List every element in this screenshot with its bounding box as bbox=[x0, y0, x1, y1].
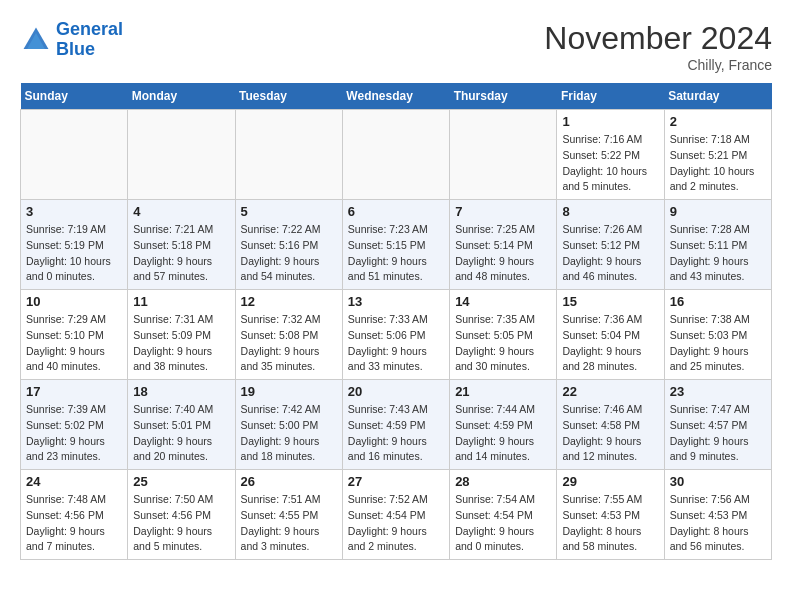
day-info: Sunrise: 7:28 AM Sunset: 5:11 PM Dayligh… bbox=[670, 222, 766, 285]
logo-text: General Blue bbox=[56, 20, 123, 60]
day-info: Sunrise: 7:31 AM Sunset: 5:09 PM Dayligh… bbox=[133, 312, 229, 375]
day-number: 23 bbox=[670, 384, 766, 399]
day-number: 19 bbox=[241, 384, 337, 399]
month-title: November 2024 bbox=[544, 20, 772, 57]
day-number: 27 bbox=[348, 474, 444, 489]
day-info: Sunrise: 7:55 AM Sunset: 4:53 PM Dayligh… bbox=[562, 492, 658, 555]
day-number: 30 bbox=[670, 474, 766, 489]
day-info: Sunrise: 7:39 AM Sunset: 5:02 PM Dayligh… bbox=[26, 402, 122, 465]
calendar-cell bbox=[21, 110, 128, 200]
day-info: Sunrise: 7:35 AM Sunset: 5:05 PM Dayligh… bbox=[455, 312, 551, 375]
calendar-cell: 16Sunrise: 7:38 AM Sunset: 5:03 PM Dayli… bbox=[664, 290, 771, 380]
title-block: November 2024 Chilly, France bbox=[544, 20, 772, 73]
weekday-header: Monday bbox=[128, 83, 235, 110]
location-subtitle: Chilly, France bbox=[544, 57, 772, 73]
logo-icon bbox=[20, 24, 52, 56]
day-info: Sunrise: 7:40 AM Sunset: 5:01 PM Dayligh… bbox=[133, 402, 229, 465]
day-info: Sunrise: 7:16 AM Sunset: 5:22 PM Dayligh… bbox=[562, 132, 658, 195]
logo-line2: Blue bbox=[56, 39, 95, 59]
calendar-week-row: 10Sunrise: 7:29 AM Sunset: 5:10 PM Dayli… bbox=[21, 290, 772, 380]
calendar-cell: 18Sunrise: 7:40 AM Sunset: 5:01 PM Dayli… bbox=[128, 380, 235, 470]
calendar-cell: 24Sunrise: 7:48 AM Sunset: 4:56 PM Dayli… bbox=[21, 470, 128, 560]
day-info: Sunrise: 7:44 AM Sunset: 4:59 PM Dayligh… bbox=[455, 402, 551, 465]
calendar-cell: 5Sunrise: 7:22 AM Sunset: 5:16 PM Daylig… bbox=[235, 200, 342, 290]
day-number: 11 bbox=[133, 294, 229, 309]
calendar-week-row: 3Sunrise: 7:19 AM Sunset: 5:19 PM Daylig… bbox=[21, 200, 772, 290]
calendar-cell: 29Sunrise: 7:55 AM Sunset: 4:53 PM Dayli… bbox=[557, 470, 664, 560]
calendar-cell: 6Sunrise: 7:23 AM Sunset: 5:15 PM Daylig… bbox=[342, 200, 449, 290]
day-number: 1 bbox=[562, 114, 658, 129]
day-info: Sunrise: 7:56 AM Sunset: 4:53 PM Dayligh… bbox=[670, 492, 766, 555]
weekday-header: Tuesday bbox=[235, 83, 342, 110]
day-info: Sunrise: 7:19 AM Sunset: 5:19 PM Dayligh… bbox=[26, 222, 122, 285]
day-number: 18 bbox=[133, 384, 229, 399]
calendar-cell bbox=[235, 110, 342, 200]
day-number: 7 bbox=[455, 204, 551, 219]
day-number: 26 bbox=[241, 474, 337, 489]
calendar-cell: 17Sunrise: 7:39 AM Sunset: 5:02 PM Dayli… bbox=[21, 380, 128, 470]
calendar-cell: 3Sunrise: 7:19 AM Sunset: 5:19 PM Daylig… bbox=[21, 200, 128, 290]
calendar-table: SundayMondayTuesdayWednesdayThursdayFrid… bbox=[20, 83, 772, 560]
day-number: 16 bbox=[670, 294, 766, 309]
day-number: 24 bbox=[26, 474, 122, 489]
calendar-cell: 23Sunrise: 7:47 AM Sunset: 4:57 PM Dayli… bbox=[664, 380, 771, 470]
calendar-cell: 8Sunrise: 7:26 AM Sunset: 5:12 PM Daylig… bbox=[557, 200, 664, 290]
calendar-cell: 28Sunrise: 7:54 AM Sunset: 4:54 PM Dayli… bbox=[450, 470, 557, 560]
calendar-cell: 10Sunrise: 7:29 AM Sunset: 5:10 PM Dayli… bbox=[21, 290, 128, 380]
day-number: 13 bbox=[348, 294, 444, 309]
day-info: Sunrise: 7:25 AM Sunset: 5:14 PM Dayligh… bbox=[455, 222, 551, 285]
day-number: 29 bbox=[562, 474, 658, 489]
day-info: Sunrise: 7:43 AM Sunset: 4:59 PM Dayligh… bbox=[348, 402, 444, 465]
day-info: Sunrise: 7:48 AM Sunset: 4:56 PM Dayligh… bbox=[26, 492, 122, 555]
logo-line1: General bbox=[56, 19, 123, 39]
day-number: 15 bbox=[562, 294, 658, 309]
day-number: 21 bbox=[455, 384, 551, 399]
calendar-cell: 11Sunrise: 7:31 AM Sunset: 5:09 PM Dayli… bbox=[128, 290, 235, 380]
weekday-header: Thursday bbox=[450, 83, 557, 110]
calendar-cell: 13Sunrise: 7:33 AM Sunset: 5:06 PM Dayli… bbox=[342, 290, 449, 380]
weekday-header: Saturday bbox=[664, 83, 771, 110]
day-info: Sunrise: 7:21 AM Sunset: 5:18 PM Dayligh… bbox=[133, 222, 229, 285]
day-info: Sunrise: 7:38 AM Sunset: 5:03 PM Dayligh… bbox=[670, 312, 766, 375]
calendar-cell: 1Sunrise: 7:16 AM Sunset: 5:22 PM Daylig… bbox=[557, 110, 664, 200]
day-info: Sunrise: 7:46 AM Sunset: 4:58 PM Dayligh… bbox=[562, 402, 658, 465]
day-number: 9 bbox=[670, 204, 766, 219]
calendar-cell: 19Sunrise: 7:42 AM Sunset: 5:00 PM Dayli… bbox=[235, 380, 342, 470]
calendar-cell bbox=[128, 110, 235, 200]
day-info: Sunrise: 7:32 AM Sunset: 5:08 PM Dayligh… bbox=[241, 312, 337, 375]
day-number: 3 bbox=[26, 204, 122, 219]
day-number: 10 bbox=[26, 294, 122, 309]
day-number: 25 bbox=[133, 474, 229, 489]
calendar-cell: 21Sunrise: 7:44 AM Sunset: 4:59 PM Dayli… bbox=[450, 380, 557, 470]
weekday-header: Sunday bbox=[21, 83, 128, 110]
calendar-cell: 26Sunrise: 7:51 AM Sunset: 4:55 PM Dayli… bbox=[235, 470, 342, 560]
calendar-cell: 20Sunrise: 7:43 AM Sunset: 4:59 PM Dayli… bbox=[342, 380, 449, 470]
day-info: Sunrise: 7:47 AM Sunset: 4:57 PM Dayligh… bbox=[670, 402, 766, 465]
page-header: General Blue November 2024 Chilly, Franc… bbox=[20, 20, 772, 73]
calendar-cell bbox=[342, 110, 449, 200]
day-info: Sunrise: 7:36 AM Sunset: 5:04 PM Dayligh… bbox=[562, 312, 658, 375]
day-info: Sunrise: 7:52 AM Sunset: 4:54 PM Dayligh… bbox=[348, 492, 444, 555]
day-number: 20 bbox=[348, 384, 444, 399]
day-number: 17 bbox=[26, 384, 122, 399]
calendar-cell: 4Sunrise: 7:21 AM Sunset: 5:18 PM Daylig… bbox=[128, 200, 235, 290]
day-info: Sunrise: 7:22 AM Sunset: 5:16 PM Dayligh… bbox=[241, 222, 337, 285]
calendar-week-row: 1Sunrise: 7:16 AM Sunset: 5:22 PM Daylig… bbox=[21, 110, 772, 200]
day-info: Sunrise: 7:42 AM Sunset: 5:00 PM Dayligh… bbox=[241, 402, 337, 465]
calendar-cell: 15Sunrise: 7:36 AM Sunset: 5:04 PM Dayli… bbox=[557, 290, 664, 380]
day-info: Sunrise: 7:50 AM Sunset: 4:56 PM Dayligh… bbox=[133, 492, 229, 555]
calendar-cell: 2Sunrise: 7:18 AM Sunset: 5:21 PM Daylig… bbox=[664, 110, 771, 200]
day-info: Sunrise: 7:26 AM Sunset: 5:12 PM Dayligh… bbox=[562, 222, 658, 285]
day-info: Sunrise: 7:51 AM Sunset: 4:55 PM Dayligh… bbox=[241, 492, 337, 555]
calendar-cell: 7Sunrise: 7:25 AM Sunset: 5:14 PM Daylig… bbox=[450, 200, 557, 290]
calendar-cell: 30Sunrise: 7:56 AM Sunset: 4:53 PM Dayli… bbox=[664, 470, 771, 560]
calendar-cell: 27Sunrise: 7:52 AM Sunset: 4:54 PM Dayli… bbox=[342, 470, 449, 560]
calendar-cell bbox=[450, 110, 557, 200]
calendar-cell: 12Sunrise: 7:32 AM Sunset: 5:08 PM Dayli… bbox=[235, 290, 342, 380]
day-number: 28 bbox=[455, 474, 551, 489]
calendar-cell: 9Sunrise: 7:28 AM Sunset: 5:11 PM Daylig… bbox=[664, 200, 771, 290]
day-number: 14 bbox=[455, 294, 551, 309]
day-number: 2 bbox=[670, 114, 766, 129]
day-number: 12 bbox=[241, 294, 337, 309]
calendar-cell: 14Sunrise: 7:35 AM Sunset: 5:05 PM Dayli… bbox=[450, 290, 557, 380]
